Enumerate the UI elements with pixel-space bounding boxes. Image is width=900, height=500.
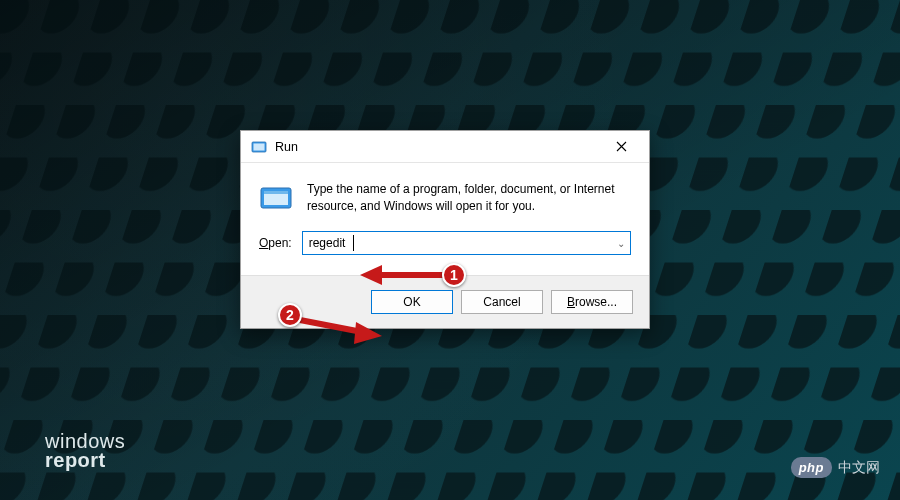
run-dialog: Run Type the name of a program, folder, … [240,130,650,329]
open-input[interactable] [303,232,612,254]
dialog-description: Type the name of a program, folder, docu… [307,181,631,215]
close-button[interactable] [599,132,643,162]
chevron-down-icon[interactable]: ⌄ [612,238,630,249]
dialog-body: Type the name of a program, folder, docu… [241,163,649,231]
php-text: 中文网 [838,459,880,477]
watermark-php: php 中文网 [791,457,880,478]
svg-rect-7 [264,191,288,194]
dialog-title: Run [275,140,599,154]
svg-rect-4 [254,143,265,150]
browse-button[interactable]: Browse... [551,290,633,314]
cancel-button[interactable]: Cancel [461,290,543,314]
run-title-icon [251,139,267,155]
titlebar[interactable]: Run [241,131,649,163]
open-combobox[interactable]: ⌄ [302,231,631,255]
watermark-line2: report [45,451,125,470]
watermark-windows-report: windows report [45,432,125,470]
callout-1: 1 [442,263,466,287]
open-label: Open: [259,236,292,250]
text-caret [353,235,354,251]
close-icon [616,141,627,152]
ok-button[interactable]: OK [371,290,453,314]
callout-2: 2 [278,303,302,327]
php-badge: php [791,457,832,478]
run-body-icon [259,181,293,215]
